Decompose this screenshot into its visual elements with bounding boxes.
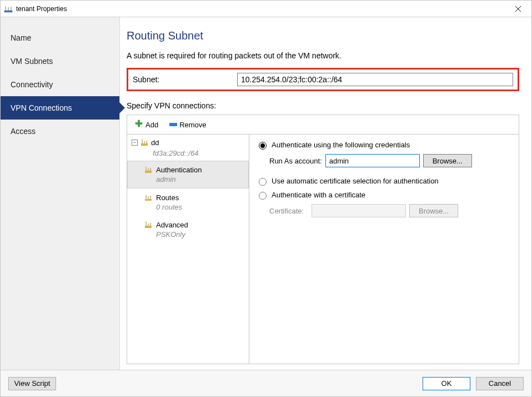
close-button[interactable] <box>507 1 529 17</box>
titlebar-left: tenant Properties <box>4 4 67 13</box>
vpn-content: − dd fd3a:29cd::/64 <box>127 135 519 364</box>
subnet-input[interactable] <box>237 73 513 86</box>
page-description: A subnet is required for routing packets… <box>127 51 519 60</box>
authentication-icon <box>144 165 153 174</box>
tree-root-subtext: fd3a:29cd::/64 <box>127 148 249 161</box>
radio-credentials-label: Authenticate using the following credent… <box>272 141 410 149</box>
tree-item-label: Routes <box>156 193 179 202</box>
radio-cert[interactable] <box>259 192 267 200</box>
sidebar-item-label: Connectivity <box>11 80 53 89</box>
sidebar-item-access[interactable]: Access <box>1 120 119 143</box>
tree-item-routes[interactable]: Routes 0 routes <box>127 188 249 216</box>
routes-icon <box>144 193 153 202</box>
add-button[interactable]: Add <box>131 117 162 132</box>
svg-rect-22 <box>145 226 152 228</box>
advanced-icon <box>144 220 153 229</box>
sidebar-item-label: Name <box>11 33 31 42</box>
tree-item-advanced[interactable]: Advanced PSKOnly <box>127 216 249 243</box>
sidebar-item-label: VPN Connections <box>11 103 72 112</box>
tree-item-subtext: PSKOnly <box>144 229 244 243</box>
svg-rect-7 <box>135 123 142 125</box>
subnet-row-highlight: Subnet: <box>127 68 519 91</box>
svg-point-26 <box>145 221 147 223</box>
remove-label: Remove <box>179 121 206 129</box>
runas-account-input[interactable] <box>325 154 420 167</box>
titlebar: tenant Properties <box>1 1 531 17</box>
sidebar-item-label: Access <box>11 127 36 136</box>
specify-vpn-label: Specify VPN connections: <box>127 101 519 110</box>
tree-root-label: dd <box>151 138 159 147</box>
sidebar-item-vm-subnets[interactable]: VM Subnets <box>1 49 119 73</box>
svg-rect-18 <box>145 199 152 201</box>
certificate-field <box>312 204 406 217</box>
page-title: Routing Subnet <box>127 29 519 42</box>
minus-icon <box>169 123 177 126</box>
radio-auto-cert-row[interactable]: Use automatic certificate selection for … <box>256 176 512 186</box>
dialog-footer: View Script OK Cancel <box>1 370 531 396</box>
sidebar-item-label: VM Subnets <box>11 57 53 66</box>
tree-item-authentication[interactable]: Authentication admin <box>127 161 249 188</box>
subnet-label: Subnet: <box>133 75 237 84</box>
radio-credentials-row[interactable]: Authenticate using the following credent… <box>256 140 512 150</box>
svg-rect-0 <box>4 11 12 12</box>
sidebar-item-connectivity[interactable]: Connectivity <box>1 73 119 96</box>
sidebar-item-name[interactable]: Name <box>1 26 119 49</box>
radio-credentials[interactable] <box>259 142 267 150</box>
app-icon <box>4 4 13 13</box>
collapse-icon[interactable]: − <box>132 140 138 146</box>
svg-point-17 <box>145 166 147 168</box>
ok-button[interactable]: OK <box>423 377 470 390</box>
tree-item-subtext: admin <box>144 174 244 188</box>
view-script-button[interactable]: View Script <box>8 377 56 390</box>
window-title: tenant Properties <box>16 5 67 13</box>
tree-item-subtext: 0 routes <box>144 202 244 216</box>
add-label: Add <box>145 121 158 129</box>
plus-icon <box>134 119 143 130</box>
tree-root-node[interactable]: − dd <box>127 135 249 148</box>
svg-rect-8 <box>141 143 148 146</box>
vpn-connections-panel: Add Remove − dd <box>127 115 519 364</box>
dialog-body: Name VM Subnets Connectivity VPN Connect… <box>1 17 531 370</box>
cancel-button[interactable]: Cancel <box>476 377 524 390</box>
certificate-row: Certificate: Browse... <box>269 204 512 217</box>
sidebar-item-vpn-connections[interactable]: VPN Connections <box>1 96 119 120</box>
svg-rect-13 <box>145 171 152 173</box>
vpn-tree: − dd fd3a:29cd::/64 <box>127 135 249 364</box>
main-panel: Routing Subnet A subnet is required for … <box>120 17 531 370</box>
radio-cert-row[interactable]: Authenticate with a certificate <box>256 190 512 200</box>
radio-auto-cert-label: Use automatic certificate selection for … <box>272 177 439 185</box>
sidebar: Name VM Subnets Connectivity VPN Connect… <box>1 17 120 370</box>
radio-auto-cert[interactable] <box>259 178 267 186</box>
browse-certificate-button: Browse... <box>409 204 458 217</box>
runas-row: Run As account: Browse... <box>269 154 512 167</box>
tree-item-label: Authentication <box>156 166 202 174</box>
authentication-detail: Authenticate using the following credent… <box>249 135 519 364</box>
tree-item-label: Advanced <box>156 221 188 229</box>
browse-account-button[interactable]: Browse... <box>423 154 472 167</box>
connection-icon <box>140 138 149 147</box>
svg-point-12 <box>142 139 143 141</box>
certificate-label: Certificate: <box>269 207 308 215</box>
remove-button[interactable]: Remove <box>165 119 210 131</box>
runas-label: Run As account: <box>269 157 322 165</box>
radio-cert-label: Authenticate with a certificate <box>272 191 365 199</box>
vpn-toolbar: Add Remove <box>127 115 519 135</box>
